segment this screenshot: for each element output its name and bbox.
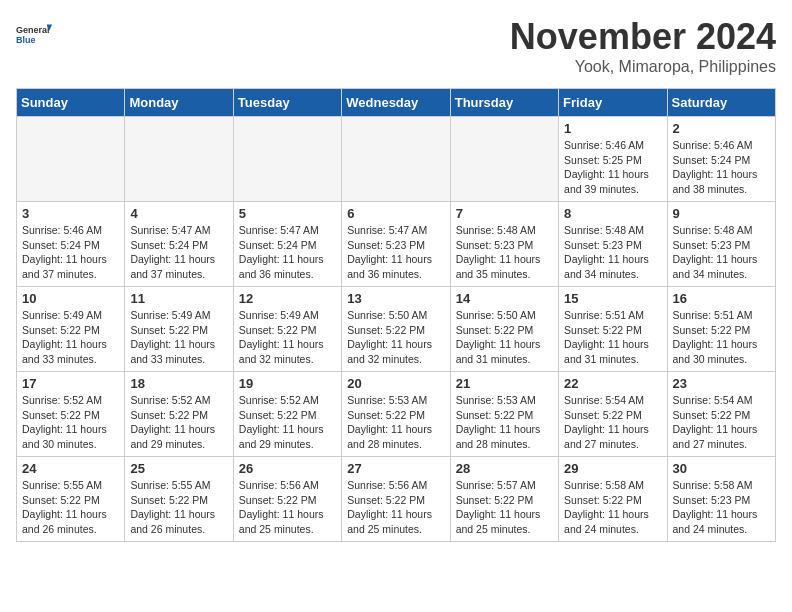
calendar-cell: 11Sunrise: 5:49 AMSunset: 5:22 PMDayligh…	[125, 287, 233, 372]
day-info: Sunrise: 5:47 AMSunset: 5:23 PMDaylight:…	[347, 223, 444, 282]
week-row-2: 3Sunrise: 5:46 AMSunset: 5:24 PMDaylight…	[17, 202, 776, 287]
calendar-cell: 26Sunrise: 5:56 AMSunset: 5:22 PMDayligh…	[233, 457, 341, 542]
col-header-wednesday: Wednesday	[342, 89, 450, 117]
col-header-sunday: Sunday	[17, 89, 125, 117]
week-row-5: 24Sunrise: 5:55 AMSunset: 5:22 PMDayligh…	[17, 457, 776, 542]
calendar-cell	[233, 117, 341, 202]
calendar-cell: 21Sunrise: 5:53 AMSunset: 5:22 PMDayligh…	[450, 372, 558, 457]
day-info: Sunrise: 5:49 AMSunset: 5:22 PMDaylight:…	[130, 308, 227, 367]
day-info: Sunrise: 5:54 AMSunset: 5:22 PMDaylight:…	[673, 393, 770, 452]
day-info: Sunrise: 5:56 AMSunset: 5:22 PMDaylight:…	[347, 478, 444, 537]
calendar-cell: 9Sunrise: 5:48 AMSunset: 5:23 PMDaylight…	[667, 202, 775, 287]
day-number: 3	[22, 206, 119, 221]
day-number: 19	[239, 376, 336, 391]
day-info: Sunrise: 5:52 AMSunset: 5:22 PMDaylight:…	[239, 393, 336, 452]
calendar-table: SundayMondayTuesdayWednesdayThursdayFrid…	[16, 88, 776, 542]
day-info: Sunrise: 5:56 AMSunset: 5:22 PMDaylight:…	[239, 478, 336, 537]
day-number: 11	[130, 291, 227, 306]
calendar-cell: 20Sunrise: 5:53 AMSunset: 5:22 PMDayligh…	[342, 372, 450, 457]
day-number: 27	[347, 461, 444, 476]
day-number: 26	[239, 461, 336, 476]
calendar-header-row: SundayMondayTuesdayWednesdayThursdayFrid…	[17, 89, 776, 117]
calendar-cell: 19Sunrise: 5:52 AMSunset: 5:22 PMDayligh…	[233, 372, 341, 457]
week-row-3: 10Sunrise: 5:49 AMSunset: 5:22 PMDayligh…	[17, 287, 776, 372]
day-info: Sunrise: 5:57 AMSunset: 5:22 PMDaylight:…	[456, 478, 553, 537]
day-info: Sunrise: 5:52 AMSunset: 5:22 PMDaylight:…	[22, 393, 119, 452]
day-info: Sunrise: 5:49 AMSunset: 5:22 PMDaylight:…	[22, 308, 119, 367]
day-number: 2	[673, 121, 770, 136]
day-number: 8	[564, 206, 661, 221]
calendar-cell: 8Sunrise: 5:48 AMSunset: 5:23 PMDaylight…	[559, 202, 667, 287]
day-number: 1	[564, 121, 661, 136]
calendar-cell: 14Sunrise: 5:50 AMSunset: 5:22 PMDayligh…	[450, 287, 558, 372]
day-number: 13	[347, 291, 444, 306]
day-info: Sunrise: 5:50 AMSunset: 5:22 PMDaylight:…	[456, 308, 553, 367]
day-info: Sunrise: 5:53 AMSunset: 5:22 PMDaylight:…	[456, 393, 553, 452]
day-info: Sunrise: 5:46 AMSunset: 5:24 PMDaylight:…	[22, 223, 119, 282]
calendar-cell: 18Sunrise: 5:52 AMSunset: 5:22 PMDayligh…	[125, 372, 233, 457]
calendar-cell: 23Sunrise: 5:54 AMSunset: 5:22 PMDayligh…	[667, 372, 775, 457]
day-number: 21	[456, 376, 553, 391]
calendar-cell: 12Sunrise: 5:49 AMSunset: 5:22 PMDayligh…	[233, 287, 341, 372]
day-number: 18	[130, 376, 227, 391]
day-info: Sunrise: 5:51 AMSunset: 5:22 PMDaylight:…	[673, 308, 770, 367]
day-number: 23	[673, 376, 770, 391]
day-info: Sunrise: 5:48 AMSunset: 5:23 PMDaylight:…	[456, 223, 553, 282]
calendar-cell: 3Sunrise: 5:46 AMSunset: 5:24 PMDaylight…	[17, 202, 125, 287]
calendar-cell: 24Sunrise: 5:55 AMSunset: 5:22 PMDayligh…	[17, 457, 125, 542]
calendar-cell	[342, 117, 450, 202]
logo-svg: General Blue	[16, 16, 52, 52]
day-info: Sunrise: 5:48 AMSunset: 5:23 PMDaylight:…	[673, 223, 770, 282]
location-title: Yook, Mimaropa, Philippines	[510, 58, 776, 76]
col-header-tuesday: Tuesday	[233, 89, 341, 117]
day-number: 30	[673, 461, 770, 476]
day-info: Sunrise: 5:52 AMSunset: 5:22 PMDaylight:…	[130, 393, 227, 452]
calendar-cell: 30Sunrise: 5:58 AMSunset: 5:23 PMDayligh…	[667, 457, 775, 542]
day-number: 28	[456, 461, 553, 476]
calendar-cell: 10Sunrise: 5:49 AMSunset: 5:22 PMDayligh…	[17, 287, 125, 372]
calendar-cell: 2Sunrise: 5:46 AMSunset: 5:24 PMDaylight…	[667, 117, 775, 202]
calendar-cell: 6Sunrise: 5:47 AMSunset: 5:23 PMDaylight…	[342, 202, 450, 287]
week-row-1: 1Sunrise: 5:46 AMSunset: 5:25 PMDaylight…	[17, 117, 776, 202]
svg-text:General: General	[16, 25, 50, 35]
col-header-thursday: Thursday	[450, 89, 558, 117]
calendar-cell: 1Sunrise: 5:46 AMSunset: 5:25 PMDaylight…	[559, 117, 667, 202]
calendar-cell: 17Sunrise: 5:52 AMSunset: 5:22 PMDayligh…	[17, 372, 125, 457]
day-info: Sunrise: 5:46 AMSunset: 5:24 PMDaylight:…	[673, 138, 770, 197]
day-number: 24	[22, 461, 119, 476]
calendar-cell	[450, 117, 558, 202]
calendar-cell: 29Sunrise: 5:58 AMSunset: 5:22 PMDayligh…	[559, 457, 667, 542]
month-title: November 2024	[510, 16, 776, 58]
day-number: 16	[673, 291, 770, 306]
day-number: 7	[456, 206, 553, 221]
col-header-monday: Monday	[125, 89, 233, 117]
day-info: Sunrise: 5:46 AMSunset: 5:25 PMDaylight:…	[564, 138, 661, 197]
day-info: Sunrise: 5:54 AMSunset: 5:22 PMDaylight:…	[564, 393, 661, 452]
day-number: 10	[22, 291, 119, 306]
calendar-cell: 15Sunrise: 5:51 AMSunset: 5:22 PMDayligh…	[559, 287, 667, 372]
page-header: General Blue November 2024 Yook, Mimarop…	[16, 16, 776, 76]
day-info: Sunrise: 5:50 AMSunset: 5:22 PMDaylight:…	[347, 308, 444, 367]
day-number: 12	[239, 291, 336, 306]
day-info: Sunrise: 5:55 AMSunset: 5:22 PMDaylight:…	[22, 478, 119, 537]
day-number: 5	[239, 206, 336, 221]
day-info: Sunrise: 5:58 AMSunset: 5:23 PMDaylight:…	[673, 478, 770, 537]
day-info: Sunrise: 5:53 AMSunset: 5:22 PMDaylight:…	[347, 393, 444, 452]
day-number: 25	[130, 461, 227, 476]
logo: General Blue	[16, 16, 52, 52]
day-info: Sunrise: 5:51 AMSunset: 5:22 PMDaylight:…	[564, 308, 661, 367]
calendar-cell: 4Sunrise: 5:47 AMSunset: 5:24 PMDaylight…	[125, 202, 233, 287]
calendar-cell: 16Sunrise: 5:51 AMSunset: 5:22 PMDayligh…	[667, 287, 775, 372]
day-info: Sunrise: 5:55 AMSunset: 5:22 PMDaylight:…	[130, 478, 227, 537]
col-header-friday: Friday	[559, 89, 667, 117]
day-info: Sunrise: 5:48 AMSunset: 5:23 PMDaylight:…	[564, 223, 661, 282]
calendar-cell: 5Sunrise: 5:47 AMSunset: 5:24 PMDaylight…	[233, 202, 341, 287]
day-number: 29	[564, 461, 661, 476]
day-info: Sunrise: 5:47 AMSunset: 5:24 PMDaylight:…	[239, 223, 336, 282]
day-info: Sunrise: 5:47 AMSunset: 5:24 PMDaylight:…	[130, 223, 227, 282]
day-number: 22	[564, 376, 661, 391]
calendar-cell	[125, 117, 233, 202]
day-number: 4	[130, 206, 227, 221]
calendar-cell: 27Sunrise: 5:56 AMSunset: 5:22 PMDayligh…	[342, 457, 450, 542]
day-info: Sunrise: 5:49 AMSunset: 5:22 PMDaylight:…	[239, 308, 336, 367]
